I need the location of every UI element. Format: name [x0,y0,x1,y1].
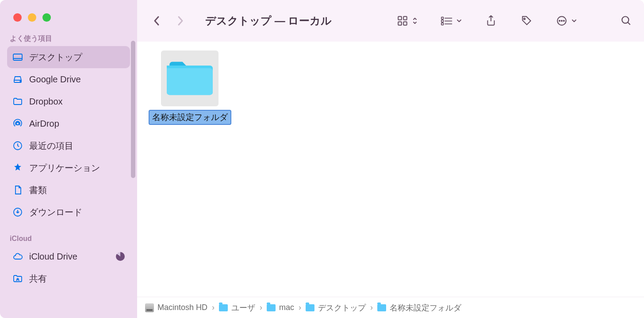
path-separator: › [258,303,264,312]
path-separator: › [210,303,216,312]
path-label: デスクトップ [318,302,366,313]
sidebar-item-google-drive[interactable]: Google Drive [7,68,130,90]
sidebar-item-label: 最近の項目 [29,140,125,152]
path-label: Macintosh HD [157,303,207,312]
group-icon [441,15,453,27]
svg-point-21 [561,20,562,21]
path-separator: › [368,303,375,312]
svg-point-4 [16,122,19,125]
svg-rect-14 [441,23,444,25]
cloud-icon [12,251,23,262]
file-grid[interactable]: 名称未設定フォルダ [137,42,644,297]
minimize-window-button[interactable] [28,13,36,22]
close-window-button[interactable] [13,13,22,22]
svg-rect-9 [403,16,407,20]
window-title: デスクトップ — ローカル [205,14,332,28]
svg-point-18 [524,18,525,19]
path-bar: Macintosh HD › ユーザ › mac › デスクトップ › 名称未設… [137,297,644,318]
search-icon [620,15,632,27]
sidebar-item-label: AirDrop [29,119,125,129]
sidebar-item-label: Google Drive [29,74,125,85]
chevron-down-icon [456,19,462,23]
share-icon [485,15,497,27]
svg-point-22 [564,20,564,21]
svg-rect-11 [403,22,407,25]
clock-icon [12,140,23,151]
sidebar-item-label: アプリケーション [29,162,125,174]
path-item-users[interactable]: ユーザ [219,302,255,313]
path-label: 名称未設定フォルダ [390,302,461,313]
sidebar: よく使う項目 デスクトップ Google Drive Dropbox AirDr… [0,0,137,318]
sidebar-item-desktop[interactable]: デスクトップ [7,46,130,68]
folder-icon [377,304,386,311]
sidebar-item-label: 共有 [29,273,125,285]
svg-rect-8 [398,16,402,20]
toolbar: デスクトップ — ローカル [137,0,644,42]
main-pane: デスクトップ — ローカル [137,0,644,318]
sidebar-item-label: ダウンロード [29,206,125,218]
airdrop-icon [12,118,23,129]
path-item-home[interactable]: mac [267,303,294,312]
file-label[interactable]: 名称未設定フォルダ [149,110,231,125]
shared-folder-icon [12,273,23,284]
svg-point-3 [20,81,21,82]
path-label: ユーザ [231,302,255,313]
folder-icon [267,304,276,311]
more-actions-button[interactable] [556,15,577,27]
zoom-window-button[interactable] [42,13,51,22]
sidebar-item-airdrop[interactable]: AirDrop [7,112,130,135]
svg-rect-10 [398,22,402,25]
applications-icon [12,163,23,173]
window-controls [7,13,130,32]
svg-line-24 [628,22,630,24]
back-button[interactable] [149,15,165,27]
sidebar-item-shared[interactable]: 共有 [7,268,130,290]
file-item-folder[interactable]: 名称未設定フォルダ [148,50,232,125]
path-item-root[interactable]: Macintosh HD [145,303,207,312]
search-button[interactable] [620,15,632,27]
more-icon [556,15,568,27]
view-mode-button[interactable] [396,15,418,27]
folder-icon [306,304,314,311]
sidebar-item-applications[interactable]: アプリケーション [7,157,130,179]
chevron-down-icon [571,19,577,23]
sidebar-item-icloud-drive[interactable]: iCloud Drive [7,245,130,268]
sidebar-item-recents[interactable]: 最近の項目 [7,135,130,157]
svg-rect-12 [441,17,444,19]
tags-button[interactable] [520,15,533,27]
path-item-desktop[interactable]: デスクトップ [306,302,366,313]
sidebar-item-label: Dropbox [29,97,125,107]
document-icon [12,185,23,195]
harddrive-icon [12,74,23,85]
path-label: mac [279,303,294,312]
svg-rect-13 [441,20,444,22]
download-icon [12,207,23,217]
sync-progress-icon [116,252,125,261]
sidebar-item-label: デスクトップ [29,51,125,63]
sidebar-item-documents[interactable]: 書類 [7,179,130,201]
sidebar-scrollbar[interactable] [131,41,135,178]
folder-icon [12,96,23,107]
share-button[interactable] [485,15,497,27]
svg-point-23 [622,16,629,23]
sidebar-item-dropbox[interactable]: Dropbox [7,90,130,112]
sidebar-section-favorites-title: よく使う項目 [7,32,130,46]
path-item-current[interactable]: 名称未設定フォルダ [377,302,461,313]
folder-icon [161,50,218,106]
sidebar-item-downloads[interactable]: ダウンロード [7,201,130,223]
svg-point-20 [559,20,560,21]
sidebar-item-label: 書類 [29,184,125,196]
sidebar-item-label: iCloud Drive [29,252,110,262]
path-separator: › [297,303,303,312]
sidebar-section-icloud-title: iCloud [7,233,130,245]
tag-icon [520,15,533,27]
forward-button[interactable] [172,15,188,27]
folder-icon [219,304,228,311]
desktop-icon [12,52,23,62]
grid-view-icon [396,15,409,27]
updown-chevron-icon [412,17,418,25]
disk-icon [145,303,154,312]
svg-rect-0 [13,54,22,60]
group-by-button[interactable] [441,15,462,27]
